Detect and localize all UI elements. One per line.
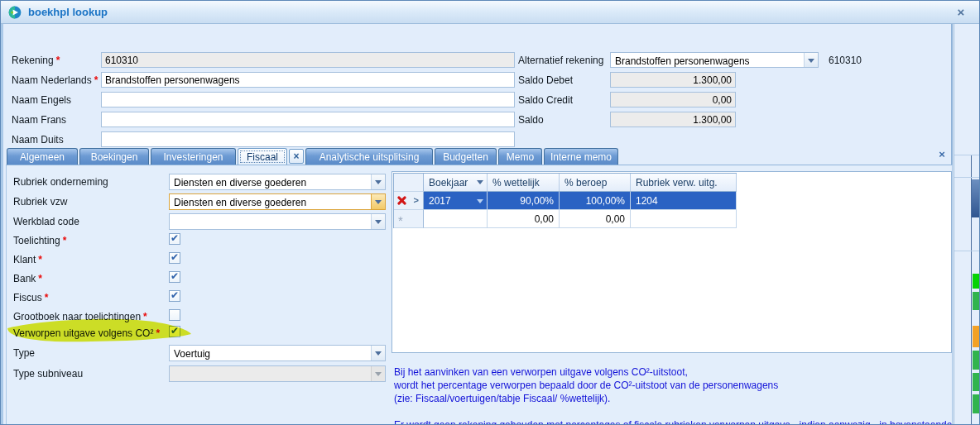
naam-engels-label: Naam Engels: [12, 94, 71, 106]
verworpen-uitgave-co2-checkbox[interactable]: [169, 326, 180, 337]
chevron-down-icon[interactable]: [371, 194, 385, 209]
required-asterisk: *: [38, 273, 42, 284]
klant-checkbox[interactable]: [169, 252, 180, 264]
table-cell-boekjaar[interactable]: 2017: [424, 192, 488, 210]
tab-strip: Algemeen Boekingen Investeringen Fiscaal…: [7, 148, 618, 165]
tab-budgetten[interactable]: Budgetten: [435, 148, 497, 165]
type-subniveau-label: Type subniveau: [13, 368, 83, 380]
background-status-cell: [973, 351, 980, 370]
table-cell-beroep[interactable]: 100,00%: [560, 192, 631, 210]
background-status-cell: [973, 326, 980, 347]
table-cell-beroep[interactable]: 0,00: [560, 210, 631, 228]
background-status-cell: [973, 394, 980, 413]
dialog-window: boekhpl lookup × Rekening* 610310 Naam N…: [0, 0, 980, 425]
naam-nederlands-label: Naam Nederlands*: [12, 74, 98, 86]
column-header-rubriek[interactable]: Rubriek verw. uitg.: [631, 174, 737, 192]
tab-investeringen[interactable]: Investeringen: [151, 148, 236, 165]
naam-duits-label: Naam Duits: [12, 134, 64, 146]
current-row-arrow-icon: >: [414, 195, 419, 205]
info-line: Er wordt geen rekening gehouden met perc…: [394, 418, 965, 425]
grootboek-naar-toelichtingen-label: Grootboek naar toelichtingen*: [13, 311, 147, 322]
bank-label: Bank*: [13, 273, 42, 284]
toelichting-label: Toelichting*: [13, 235, 66, 246]
filter-icon[interactable]: [477, 180, 483, 188]
column-header-boekjaar[interactable]: Boekjaar: [424, 174, 488, 192]
naam-duits-field[interactable]: [101, 131, 515, 147]
table-cell-wettelijk[interactable]: 90,00%: [488, 192, 560, 210]
tab-close-icon[interactable]: ×: [289, 149, 304, 164]
required-asterisk: *: [56, 55, 60, 66]
tab-analytische-uitsplitsing[interactable]: Analytische uitsplitsing: [305, 148, 433, 165]
saldo-credit-label: Saldo Credit: [518, 94, 573, 106]
co2-info-text: Bij het aanvinken van een verworpen uitg…: [394, 365, 965, 425]
rubriek-onderneming-value: Diensten en diverse goederen: [174, 177, 306, 189]
column-header-beroep[interactable]: % beroep: [560, 174, 631, 192]
saldo-label: Saldo: [518, 114, 544, 126]
row-selector-cell[interactable]: >: [394, 192, 424, 210]
background-selected-row: [972, 179, 980, 217]
delete-row-icon[interactable]: [397, 196, 406, 205]
info-line: wordt het percentage verworpen bepaald d…: [394, 379, 965, 392]
table-cell-rubriek[interactable]: [631, 210, 737, 228]
required-asterisk: *: [63, 235, 67, 246]
fiscus-label: Fiscus*: [13, 292, 48, 303]
background-status-cell: [973, 373, 980, 391]
alternatief-rekening-label: Alternatief rekening: [518, 55, 603, 66]
required-asterisk: *: [94, 74, 98, 86]
chevron-down-icon[interactable]: [477, 199, 483, 207]
info-line: Bij het aanvinken van een verworpen uitg…: [394, 365, 965, 379]
werkblad-code-combo[interactable]: [169, 213, 386, 230]
tab-boekingen[interactable]: Boekingen: [79, 148, 149, 165]
type-subniveau-combo: [169, 365, 386, 382]
rubriek-vzw-combo[interactable]: Diensten en diverse goederen: [169, 193, 386, 210]
fiscus-checkbox[interactable]: [169, 290, 180, 302]
rubriek-vzw-value: Diensten en diverse goederen: [174, 197, 306, 208]
table-cell-wettelijk[interactable]: 0,00: [488, 210, 560, 228]
rubriek-onderneming-combo[interactable]: Diensten en diverse goederen: [169, 174, 386, 190]
type-combo[interactable]: Voertuig: [169, 345, 386, 361]
chevron-down-icon: [371, 366, 385, 381]
column-header-wettelijk[interactable]: % wettelijk: [488, 174, 560, 192]
background-status-cell: [973, 292, 980, 310]
tab-fiscaal[interactable]: Fiscaal: [238, 148, 287, 165]
chevron-down-icon[interactable]: [371, 346, 385, 361]
saldo-credit-field: 0,00: [610, 92, 736, 107]
background-status-cell: [973, 274, 980, 289]
table-cell-boekjaar[interactable]: [424, 210, 488, 228]
naam-frans-label: Naam Frans: [12, 114, 66, 126]
dialog-body: Rekening* 610310 Naam Nederlands* Brands…: [1, 24, 953, 425]
chevron-down-icon[interactable]: [804, 53, 818, 67]
bank-checkbox[interactable]: [169, 271, 180, 283]
required-asterisk: *: [38, 254, 42, 265]
tab-algemeen[interactable]: Algemeen: [7, 148, 78, 165]
alternatief-rekening-combo[interactable]: Brandstoffen personenwagens: [610, 52, 819, 68]
rekening-field: 610310: [101, 52, 515, 68]
chevron-down-icon[interactable]: [371, 174, 385, 189]
table-cell-rubriek[interactable]: 1204: [631, 192, 737, 210]
row-selector-header: [394, 174, 424, 192]
grootboek-naar-toelichtingen-checkbox[interactable]: [169, 309, 180, 321]
boekjaar-table: Boekjaar % wettelijk % beroep Rubriek ve…: [393, 173, 737, 228]
saldo-field: 1.300,00: [610, 112, 736, 127]
info-line: (zie: Fiscaal/voertuigen/tabje Fiscaal/ …: [394, 392, 965, 405]
required-asterisk: *: [45, 292, 49, 303]
type-label: Type: [13, 347, 35, 359]
tab-panel-close-icon[interactable]: ×: [935, 148, 949, 161]
klant-label: Klant*: [13, 254, 42, 265]
toelichting-checkbox[interactable]: [169, 233, 180, 245]
tab-memo[interactable]: Memo: [498, 148, 542, 165]
naam-engels-field[interactable]: [101, 92, 515, 107]
required-asterisk: *: [156, 327, 160, 339]
alternatief-rekening-code: 610310: [829, 55, 862, 66]
tab-interne-memo[interactable]: Interne memo: [544, 148, 618, 165]
naam-frans-field[interactable]: [101, 112, 515, 127]
window-close-icon[interactable]: ×: [953, 4, 969, 21]
rekening-label: Rekening*: [12, 55, 60, 66]
naam-nederlands-field[interactable]: Brandstoffen personenwagens: [101, 72, 515, 88]
werkblad-code-label: Werkblad code: [13, 216, 79, 227]
window-title: boekhpl lookup: [28, 6, 108, 18]
chevron-down-icon[interactable]: [371, 214, 385, 229]
row-selector-cell[interactable]: *: [394, 210, 424, 228]
saldo-debet-field: 1.300,00: [610, 72, 736, 88]
title-bar: boekhpl lookup ×: [1, 1, 980, 24]
